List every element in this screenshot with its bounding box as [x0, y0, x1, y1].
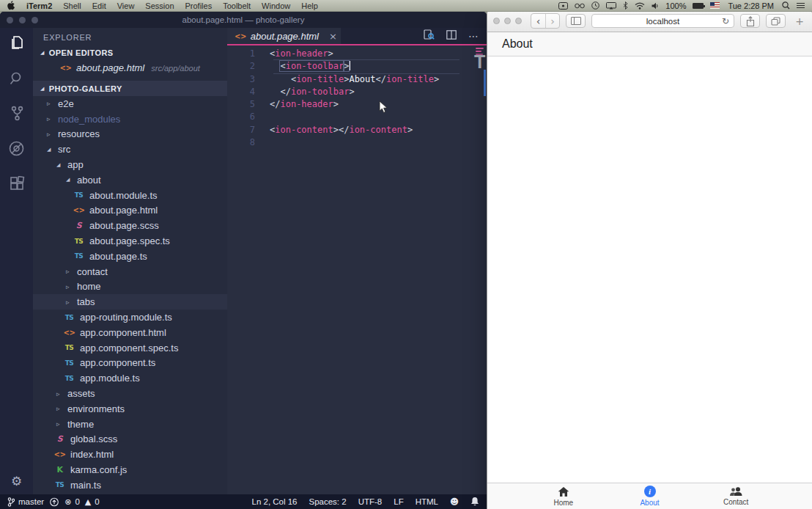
code-line-8[interactable]	[270, 136, 439, 149]
tree-item-about[interactable]: ◢about	[33, 172, 227, 188]
open-editors-header[interactable]: ◢ OPEN EDITORS	[33, 45, 227, 60]
menu-window[interactable]: Window	[262, 1, 290, 10]
code-line-1[interactable]: <ion-header>	[270, 48, 439, 60]
close-tab-icon[interactable]: ×	[329, 31, 337, 42]
code-line-7[interactable]: <ion-content></ion-content>	[270, 124, 439, 136]
source-control-icon[interactable]	[6, 103, 28, 123]
language-mode[interactable]: HTML	[416, 497, 438, 506]
tree-item-app.component.html[interactable]: <>app.component.html	[33, 325, 227, 340]
error-count[interactable]: ⊗ 0	[64, 497, 80, 507]
tree-item-contact[interactable]: ▹contact	[33, 264, 227, 279]
cursor-position[interactable]: Ln 2, Col 16	[252, 497, 298, 506]
address-bar[interactable]: localhost ↻	[591, 14, 734, 28]
open-editor-item[interactable]: <> about.page.html src/app/about	[33, 60, 227, 76]
back-button[interactable]: ‹	[531, 14, 545, 28]
tree-item-about.page.ts[interactable]: TSabout.page.ts	[33, 249, 227, 264]
menu-session[interactable]: Session	[145, 1, 174, 10]
reload-icon[interactable]: ↻	[722, 16, 729, 26]
tree-item-about.module.ts[interactable]: TSabout.module.ts	[33, 188, 227, 203]
tree-item-global.scss[interactable]: Sglobal.scss	[33, 432, 227, 447]
tree-item-assets[interactable]: ▹assets	[33, 386, 227, 401]
scrollbar-slider[interactable]	[484, 70, 487, 96]
window-controls[interactable]	[493, 18, 522, 24]
minimize-window-button[interactable]	[19, 17, 26, 23]
tree-item-home[interactable]: ▹home	[33, 279, 227, 295]
menu-app-name[interactable]: iTerm2	[26, 1, 52, 10]
menu-edit[interactable]: Edit	[92, 1, 106, 10]
menubar-clock[interactable]: Tue 2:28 PM	[726, 1, 775, 10]
forward-button[interactable]: ›	[545, 14, 559, 28]
tree-item-app-routing.module.ts[interactable]: TSapp-routing.module.ts	[33, 310, 227, 325]
tab-overview-button[interactable]	[766, 14, 786, 28]
notifications-bell-icon[interactable]	[470, 497, 479, 508]
tab-contact[interactable]: Contact	[693, 483, 779, 509]
close-window-button[interactable]	[7, 17, 13, 23]
tree-item-app.component.spec.ts[interactable]: TSapp.component.spec.ts	[33, 340, 227, 356]
sync-button[interactable]	[49, 497, 59, 507]
code-line-2[interactable]: <ion-toolbar>	[270, 60, 439, 73]
code-editor[interactable]: 12345678 <ion-header> <ion-toolbar> <ion…	[227, 45, 487, 494]
share-button[interactable]	[740, 14, 760, 28]
code-line-4[interactable]: </ion-toolbar>	[270, 86, 439, 98]
clock-menu-icon[interactable]	[591, 1, 599, 10]
tree-item-node_modules[interactable]: ▹node_modules	[33, 111, 227, 127]
menu-help[interactable]: Help	[301, 1, 318, 10]
bluetooth-icon[interactable]	[623, 1, 628, 10]
eol-setting[interactable]: LF	[394, 497, 403, 506]
project-section-header[interactable]: ◢ PHOTO-GALLERY	[33, 81, 227, 96]
split-editor-icon[interactable]	[446, 29, 457, 43]
input-source-flag-icon[interactable]	[710, 2, 720, 9]
tree-item-app.component.ts[interactable]: TSapp.component.ts	[33, 356, 227, 371]
tree-item-e2e[interactable]: ▹e2e	[33, 96, 227, 111]
indent-setting[interactable]: Spaces: 2	[309, 497, 347, 506]
extensions-icon[interactable]	[6, 174, 28, 194]
warning-count[interactable]: ▲ 0	[85, 497, 100, 507]
encoding-setting[interactable]: UTF-8	[358, 497, 383, 506]
tree-item-src[interactable]: ◢src	[33, 142, 227, 157]
tree-item-app[interactable]: ◢app	[33, 157, 227, 172]
tree-item-environments[interactable]: ▹environments	[33, 401, 227, 417]
branch-indicator[interactable]: master	[7, 497, 44, 507]
notification-center-icon[interactable]	[797, 1, 805, 10]
menu-toolbelt[interactable]: Toolbelt	[223, 1, 251, 10]
code-line-5[interactable]: </ion-header>	[270, 98, 439, 111]
tree-item-about.page.html[interactable]: <>about.page.html	[33, 203, 227, 219]
apple-menu-icon[interactable]	[7, 1, 15, 10]
volume-icon[interactable]	[652, 2, 659, 10]
tree-item-theme[interactable]: ▹theme	[33, 417, 227, 432]
tab-about[interactable]: i About	[607, 483, 693, 509]
menu-view[interactable]: View	[117, 1, 135, 10]
tree-item-karma.conf.js[interactable]: Kkarma.conf.js	[33, 462, 227, 477]
wifi-icon[interactable]	[635, 2, 645, 10]
close-window-button[interactable]	[493, 18, 500, 24]
tree-item-main.ts[interactable]: TSmain.ts	[33, 477, 227, 493]
feedback-smiley-icon[interactable]: ☻	[450, 497, 459, 507]
sidebar-toggle-button[interactable]	[566, 14, 586, 28]
zoom-window-button[interactable]	[515, 18, 522, 24]
vscode-titlebar[interactable]: about.page.html — photo-gallery	[0, 12, 487, 28]
open-preview-icon[interactable]	[424, 29, 435, 43]
menu-profiles[interactable]: Profiles	[185, 1, 213, 10]
search-icon[interactable]	[6, 68, 28, 88]
tab-about-page-html[interactable]: <> about.page.html ×	[227, 28, 341, 44]
screen-record-icon[interactable]	[558, 2, 568, 10]
tree-item-app.module.ts[interactable]: TSapp.module.ts	[33, 370, 227, 386]
tree-item-tabs[interactable]: ▹tabs	[33, 294, 227, 310]
airplay-icon[interactable]	[606, 2, 616, 10]
glasses-icon[interactable]	[575, 2, 585, 9]
tree-item-about.page.spec.ts[interactable]: TSabout.page.spec.ts	[33, 233, 227, 249]
tab-home[interactable]: Home	[520, 483, 607, 509]
new-tab-button[interactable]: +	[793, 15, 806, 27]
battery-icon[interactable]	[693, 3, 704, 9]
tree-item-resources[interactable]: ▹resources	[33, 127, 227, 142]
spotlight-icon[interactable]	[782, 1, 790, 10]
tree-item-index.html[interactable]: <>index.html	[33, 447, 227, 462]
minimize-window-button[interactable]	[504, 18, 511, 24]
code-line-6[interactable]	[270, 111, 439, 123]
debug-disabled-icon[interactable]	[6, 139, 28, 158]
menu-shell[interactable]: Shell	[63, 1, 81, 10]
explorer-icon[interactable]	[6, 33, 28, 53]
gear-icon[interactable]: ⚙	[11, 474, 22, 488]
minimap[interactable]	[473, 45, 487, 494]
more-actions-icon[interactable]: ⋯	[468, 30, 479, 42]
